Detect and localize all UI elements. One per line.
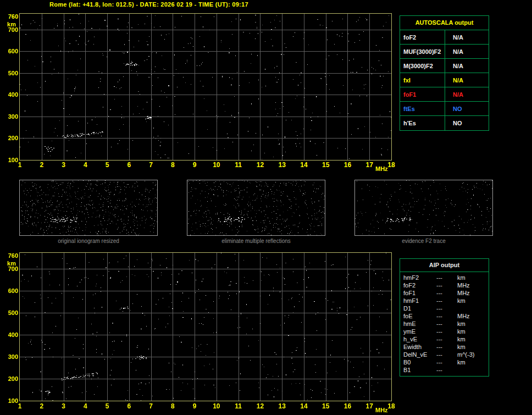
parameter-value: --- [436, 305, 457, 312]
x-axis-tick: 8 [166, 403, 179, 410]
parameter-unit: MHz [457, 289, 489, 297]
x-axis-tick: 3 [57, 403, 70, 410]
parameter-name: D1 [400, 305, 436, 312]
parameter-unit: km [457, 274, 489, 281]
x-axis-tick: 2 [35, 403, 48, 410]
parameter-unit: m^(-3) [457, 351, 489, 358]
x-axis-tick: 4 [79, 403, 92, 410]
aip-table-row: B0---km [400, 358, 489, 366]
x-axis-tick: 12 [253, 403, 267, 410]
y-axis-tick: 200 [3, 375, 18, 382]
parameter-unit [457, 366, 489, 374]
parameter-name: hmF1 [400, 297, 436, 305]
parameter-unit: km [457, 328, 489, 335]
x-axis-tick: 14 [297, 403, 311, 410]
parameter-value: --- [436, 335, 457, 343]
aip-table-header: AIP output [400, 259, 489, 272]
parameter-unit: km [457, 297, 489, 305]
parameter-value: --- [436, 312, 457, 320]
x-axis-tick: 6 [123, 403, 136, 410]
parameter-value: --- [436, 328, 457, 335]
x-axis-tick: 15 [319, 403, 332, 410]
aip-output-table: AIP output hmF2---kmfoF2---MHzfoF1---MHz… [400, 258, 489, 377]
x-axis-tick: 1 [13, 403, 26, 410]
ionogram-frame [19, 252, 392, 401]
parameter-name: ymE [400, 328, 436, 335]
parameter-value: --- [436, 351, 457, 358]
parameter-unit: km [457, 320, 489, 328]
aip-table-row: foF1---MHz [400, 289, 489, 297]
parameter-name: foE [400, 312, 436, 320]
parameter-value: --- [436, 281, 457, 289]
y-axis-unit-label: km [1, 260, 16, 267]
parameter-unit: MHz [457, 312, 489, 320]
aip-table-row: ymE---km [400, 328, 489, 335]
parameter-value: --- [436, 358, 457, 366]
parameter-value: --- [436, 320, 457, 328]
y-axis-tick: 760 [3, 252, 18, 259]
parameter-unit: km [457, 335, 489, 343]
x-axis-tick: 16 [341, 403, 354, 410]
parameter-name: hmF2 [400, 274, 436, 281]
aip-table-row: h_vE---km [400, 335, 489, 343]
aip-table-row: Ewidth---km [400, 343, 489, 351]
parameter-unit: km [457, 343, 489, 351]
parameter-unit [457, 305, 489, 312]
aip-table-row: foF2---MHz [400, 281, 489, 289]
ionogram-canvas [20, 253, 391, 401]
y-axis-tick: 600 [3, 287, 18, 294]
y-axis-tick: 500 [3, 309, 18, 316]
x-axis-tick: 11 [232, 403, 245, 410]
parameter-value: --- [436, 274, 457, 281]
aip-table-row: D1--- [400, 305, 489, 312]
x-axis-tick: 17 [363, 403, 376, 410]
parameter-name: hmE [400, 320, 436, 328]
parameter-name: B1 [400, 366, 436, 374]
x-axis-tick: 13 [275, 403, 289, 410]
parameter-value: --- [436, 289, 457, 297]
parameter-name: h_vE [400, 335, 436, 343]
x-axis-tick: 10 [210, 403, 223, 410]
aip-table-row: hmE---km [400, 320, 489, 328]
parameter-value: --- [436, 343, 457, 351]
parameter-unit: MHz [457, 281, 489, 289]
parameter-value: --- [436, 366, 457, 374]
aip-table-row: hmF2---km [400, 274, 489, 281]
aip-table-row: B1--- [400, 366, 489, 374]
parameter-unit: km [457, 358, 489, 366]
aip-table-body: hmF2---kmfoF2---MHzfoF1---MHzhmF1---kmD1… [400, 272, 489, 376]
parameter-name: B0 [400, 358, 436, 366]
x-axis-tick: 9 [188, 403, 201, 410]
aip-table-row: DelN_vE---m^(-3) [400, 351, 489, 358]
parameter-name: foF2 [400, 281, 436, 289]
y-axis-tick: 400 [3, 331, 18, 338]
parameter-name: foF1 [400, 289, 436, 297]
aip-table-row: foE---MHz [400, 312, 489, 320]
parameter-value: --- [436, 297, 457, 305]
aip-table-row: hmF1---km [400, 297, 489, 305]
parameter-name: Ewidth [400, 343, 436, 351]
x-axis-tick: 7 [145, 403, 158, 410]
parameter-name: DelN_vE [400, 351, 436, 358]
x-axis-tick: 5 [101, 403, 114, 410]
x-axis-unit-label: MHz [375, 407, 388, 413]
y-axis-tick: 300 [3, 353, 18, 360]
